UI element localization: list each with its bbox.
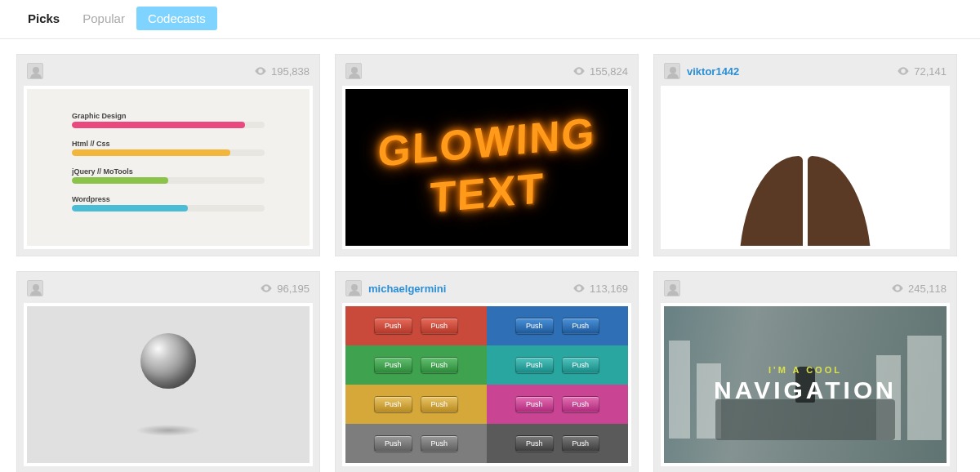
hero-subtitle: I'M A COOL (768, 365, 842, 375)
push-button: Push (374, 318, 412, 334)
view-count-value: 195,838 (271, 65, 310, 78)
view-count: 155,824 (572, 65, 628, 78)
card-thumbnail[interactable]: GLOWING TEXT (342, 86, 631, 249)
push-button: Push (374, 396, 412, 412)
card-header: viktor1442 72,141 (661, 61, 950, 86)
card-header: michaelgermini 113,169 (342, 278, 631, 303)
avatar-icon[interactable] (345, 63, 362, 79)
hero-title: NAVIGATION (714, 376, 897, 404)
glow-text: TEXT (429, 163, 544, 223)
card[interactable]: 96,195 (16, 271, 320, 472)
view-count-value: 72,141 (914, 65, 947, 78)
skill-label: Html // Css (72, 140, 265, 148)
card[interactable]: viktor1442 72,141 (653, 54, 957, 256)
tab-codecasts[interactable]: Codecasts (136, 7, 217, 30)
push-button: Push (562, 396, 600, 412)
page-root: Picks Popular Codecasts 195,838 Graphic … (0, 0, 980, 472)
tab-bar: Picks Popular Codecasts (0, 0, 980, 39)
svg-point-3 (265, 287, 268, 290)
skill-label: jQuery // MoTools (72, 167, 265, 176)
eye-icon (891, 282, 904, 295)
card-thumbnail[interactable]: I'M A COOL NAVIGATION (661, 303, 950, 466)
card-thumbnail[interactable]: PushPush PushPush PushPush PushPush Push… (342, 303, 631, 466)
view-count: 195,838 (254, 65, 310, 78)
card[interactable]: 245,118 I'M A COOL NAVIGATION (653, 271, 957, 472)
avatar-icon[interactable] (345, 280, 362, 296)
card-grid: 195,838 Graphic Design Html // Css jQuer… (0, 39, 980, 472)
avatar-icon[interactable] (27, 63, 43, 79)
skill-label: Graphic Design (72, 112, 265, 120)
skill-label: Wordpress (72, 195, 265, 203)
view-count: 72,141 (897, 65, 947, 78)
card[interactable]: michaelgermini 113,169 PushPush PushPush… (335, 271, 639, 472)
author-link[interactable]: michaelgermini (368, 283, 446, 295)
push-button: Push (562, 357, 600, 373)
svg-point-2 (902, 70, 905, 73)
card-thumbnail[interactable]: Graphic Design Html // Css jQuery // MoT… (24, 86, 313, 249)
tab-popular[interactable]: Popular (71, 7, 136, 30)
push-button: Push (374, 357, 412, 373)
view-count: 245,118 (891, 282, 947, 295)
tab-picks[interactable]: Picks (16, 7, 71, 30)
push-button: Push (515, 357, 554, 373)
glow-text: GLOWING (377, 108, 596, 176)
card[interactable]: 195,838 Graphic Design Html // Css jQuer… (16, 54, 320, 256)
sphere-shape (140, 333, 196, 389)
avatar-icon[interactable] (664, 63, 680, 79)
view-count-value: 113,169 (590, 283, 628, 295)
eye-icon (572, 65, 586, 78)
svg-point-4 (578, 287, 581, 290)
push-button: Push (421, 318, 459, 334)
bean-shape (739, 156, 871, 249)
view-count-value: 155,824 (590, 65, 628, 78)
push-button: Push (421, 435, 459, 452)
card-header: 245,118 (661, 278, 950, 303)
card-thumbnail[interactable] (661, 86, 950, 249)
svg-point-5 (897, 287, 899, 290)
push-button: Push (515, 435, 554, 452)
svg-point-1 (578, 70, 581, 73)
view-count: 96,195 (260, 282, 310, 295)
sphere-shadow (136, 425, 201, 436)
push-button: Push (421, 396, 459, 412)
push-button: Push (515, 318, 554, 334)
author-link[interactable]: viktor1442 (687, 65, 739, 78)
view-count: 113,169 (572, 282, 628, 295)
push-button: Push (562, 318, 600, 334)
card-header: 96,195 (24, 278, 313, 303)
card-header: 155,824 (342, 61, 631, 86)
eye-icon (897, 65, 910, 78)
view-count-value: 96,195 (277, 283, 310, 295)
push-button: Push (374, 435, 412, 452)
eye-icon (254, 65, 267, 78)
view-count-value: 245,118 (908, 283, 947, 295)
avatar-icon[interactable] (27, 280, 43, 296)
eye-icon (572, 282, 586, 295)
card-thumbnail[interactable] (24, 303, 313, 466)
card-header: 195,838 (24, 61, 313, 86)
avatar-icon[interactable] (664, 280, 680, 296)
card[interactable]: 155,824 GLOWING TEXT (335, 54, 639, 256)
svg-point-0 (260, 70, 262, 73)
push-button: Push (562, 435, 600, 452)
eye-icon (260, 282, 273, 295)
push-button: Push (421, 357, 459, 373)
push-button: Push (515, 396, 554, 412)
